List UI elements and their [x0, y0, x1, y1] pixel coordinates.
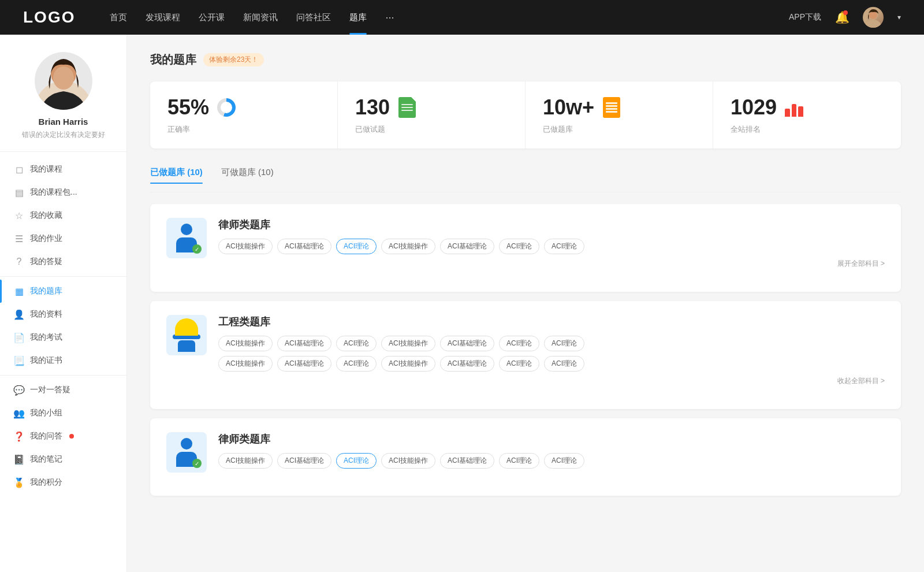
tab-done-banks[interactable]: 已做题库 (10) — [150, 162, 203, 183]
stat-card-accuracy: 55% 正确率 — [150, 81, 338, 148]
header-right: APP下载 🔔 ▾ — [789, 7, 901, 28]
question-bank-icon: ▦ — [14, 286, 24, 296]
tag-eng-1-0[interactable]: ACI技能操作 — [218, 336, 273, 351]
user-menu-chevron-icon[interactable]: ▾ — [897, 13, 901, 21]
collapse-button-engineering[interactable]: 收起全部科目 > — [218, 376, 885, 386]
engineering-card-content: 工程类题库 ACI技能操作 ACI基础理论 ACI理论 ACI技能操作 ACI基… — [218, 315, 885, 386]
nav-discover[interactable]: 发现课程 — [146, 12, 180, 23]
tag-lawyer-1-1[interactable]: ACI基础理论 — [277, 239, 331, 254]
sidebar-item-notes[interactable]: 📓 我的笔记 — [0, 448, 126, 471]
tag-lawyer-1-3[interactable]: ACI技能操作 — [381, 239, 435, 254]
chart-bar-3 — [798, 106, 803, 117]
nav-open-course[interactable]: 公开课 — [199, 12, 225, 23]
tag-eng-1-6[interactable]: ACI理论 — [544, 336, 584, 351]
tag-lawyer-2-0[interactable]: ACI技能操作 — [218, 453, 273, 469]
nav-qa[interactable]: 问答社区 — [296, 12, 331, 23]
sidebar-item-my-qa[interactable]: ❓ 我的问答 — [0, 425, 126, 448]
page-wrapper: Brian Harris 错误的决定比没有决定要好 ◻ 我的课程 ▤ 我的课程包… — [0, 35, 924, 572]
tag-eng-1-5[interactable]: ACI理论 — [499, 336, 539, 351]
tab-available-banks[interactable]: 可做题库 (10) — [221, 162, 274, 183]
app-download-button[interactable]: APP下载 — [789, 12, 821, 23]
tag-lawyer-2-5[interactable]: ACI理论 — [499, 453, 539, 469]
points-icon: 🏅 — [14, 477, 24, 488]
sidebar-item-favorites[interactable]: ☆ 我的收藏 — [0, 204, 126, 227]
my-qa-badge — [69, 434, 74, 439]
tag-eng-1-1[interactable]: ACI基础理论 — [277, 336, 331, 351]
sidebar-item-exam[interactable]: 📄 我的考试 — [0, 326, 126, 349]
helmet-person-body — [178, 340, 195, 352]
user-avatar[interactable] — [863, 7, 884, 28]
header: LOGO 首页 发现课程 公开课 新闻资讯 问答社区 题库 ··· APP下载 … — [0, 0, 924, 35]
svg-point-5 — [53, 66, 74, 90]
sidebar-divider-1 — [0, 276, 126, 277]
tag-lawyer-1-5[interactable]: ACI理论 — [499, 239, 539, 254]
sidebar-label-favorites: 我的收藏 — [30, 210, 62, 221]
sidebar-item-homework[interactable]: ☰ 我的作业 — [0, 227, 126, 250]
qbank-tags-lawyer-1: ACI技能操作 ACI基础理论 ACI理论 ACI技能操作 ACI基础理论 AC… — [218, 239, 885, 254]
stat-value-done: 130 — [355, 95, 390, 120]
nav-home[interactable]: 首页 — [110, 12, 127, 23]
sidebar-label-question-bank: 我的题库 — [30, 286, 62, 296]
tag-eng-1-4[interactable]: ACI基础理论 — [440, 336, 494, 351]
tag-eng-2-0[interactable]: ACI技能操作 — [218, 356, 273, 372]
sidebar-item-question-bank[interactable]: ▦ 我的题库 — [0, 280, 126, 303]
sidebar-label-homework: 我的作业 — [30, 233, 62, 244]
sidebar-item-profile[interactable]: 👤 我的资料 — [0, 303, 126, 326]
tag-eng-2-4[interactable]: ACI基础理论 — [440, 356, 494, 372]
helmet-icon — [173, 321, 200, 349]
notification-bell-button[interactable]: 🔔 — [833, 8, 851, 27]
stat-value-banks: 10w+ — [543, 95, 594, 120]
qbank-card-lawyer-1: ✓ 律师类题库 ACI技能操作 ACI基础理论 ACI理论 ACI技能操作 AC… — [150, 204, 901, 292]
tag-eng-2-6[interactable]: ACI理论 — [544, 356, 584, 372]
sidebar-label-group: 我的小组 — [30, 408, 62, 418]
tag-lawyer-2-3[interactable]: ACI技能操作 — [381, 453, 435, 469]
sidebar-item-course-pack[interactable]: ▤ 我的课程包... — [0, 181, 126, 204]
done-questions-icon — [397, 97, 418, 118]
sidebar-item-qa[interactable]: ? 我的答疑 — [0, 250, 126, 273]
tag-lawyer-2-4[interactable]: ACI基础理论 — [440, 453, 494, 469]
tag-eng-2-5[interactable]: ACI理论 — [499, 356, 539, 372]
stat-top-banks: 10w+ — [543, 95, 695, 120]
nav-question-bank[interactable]: 题库 — [349, 12, 367, 23]
qbank-tags-engineering-row2: ACI技能操作 ACI基础理论 ACI理论 ACI技能操作 ACI基础理论 AC… — [218, 356, 885, 372]
stat-top-done: 130 — [355, 95, 508, 120]
tag-eng-1-2[interactable]: ACI理论 — [336, 336, 377, 351]
sidebar-item-certificate[interactable]: 📃 我的证书 — [0, 349, 126, 372]
sidebar-item-courses[interactable]: ◻ 我的课程 — [0, 158, 126, 181]
sidebar-item-points[interactable]: 🏅 我的积分 — [0, 471, 126, 494]
tag-lawyer-2-2[interactable]: ACI理论 — [336, 453, 377, 469]
tag-lawyer-1-4[interactable]: ACI基础理论 — [440, 239, 494, 254]
nav-news[interactable]: 新闻资讯 — [243, 12, 278, 23]
tag-lawyer-1-0[interactable]: ACI技能操作 — [218, 239, 273, 254]
logo: LOGO — [23, 8, 75, 27]
check-badge-2: ✓ — [192, 459, 202, 468]
sidebar-label-notes: 我的笔记 — [30, 454, 62, 465]
expand-button-lawyer-1[interactable]: 展开全部科目 > — [218, 259, 885, 269]
tag-lawyer-2-6[interactable]: ACI理论 — [544, 453, 584, 469]
person-body-1: ✓ — [176, 237, 197, 252]
sidebar-nav: ◻ 我的课程 ▤ 我的课程包... ☆ 我的收藏 ☰ 我的作业 ? 我的答疑 ▦ — [0, 158, 126, 494]
exam-icon: 📄 — [14, 332, 24, 343]
stat-card-done-questions: 130 已做试题 — [338, 81, 526, 148]
sidebar-label-profile: 我的资料 — [30, 309, 62, 320]
tag-lawyer-2-1[interactable]: ACI基础理论 — [277, 453, 331, 469]
lawyer-icon-wrap-1: ✓ — [166, 218, 207, 258]
tag-lawyer-1-2[interactable]: ACI理论 — [336, 239, 377, 254]
tag-eng-2-1[interactable]: ACI基础理论 — [277, 356, 331, 372]
tag-eng-1-3[interactable]: ACI技能操作 — [381, 336, 435, 351]
qbank-tags-engineering-row1: ACI技能操作 ACI基础理论 ACI理论 ACI技能操作 ACI基础理论 AC… — [218, 336, 885, 351]
tag-lawyer-1-6[interactable]: ACI理论 — [544, 239, 584, 254]
my-qa-icon: ❓ — [14, 431, 24, 441]
notification-badge — [843, 10, 848, 15]
nav-more-icon[interactable]: ··· — [385, 12, 394, 24]
person-head-2 — [181, 438, 192, 450]
profile-motto: 错误的决定比没有决定要好 — [22, 130, 105, 140]
sidebar-label-exam: 我的考试 — [30, 332, 62, 343]
qbank-tags-lawyer-2: ACI技能操作 ACI基础理论 ACI理论 ACI技能操作 ACI基础理论 AC… — [218, 453, 885, 469]
sidebar-item-one-on-one[interactable]: 💬 一对一答疑 — [0, 378, 126, 402]
tag-eng-2-2[interactable]: ACI理论 — [336, 356, 377, 372]
tabs-divider — [150, 192, 901, 192]
qbank-title-engineering: 工程类题库 — [218, 315, 885, 329]
tag-eng-2-3[interactable]: ACI技能操作 — [381, 356, 435, 372]
sidebar-item-group[interactable]: 👥 我的小组 — [0, 402, 126, 425]
